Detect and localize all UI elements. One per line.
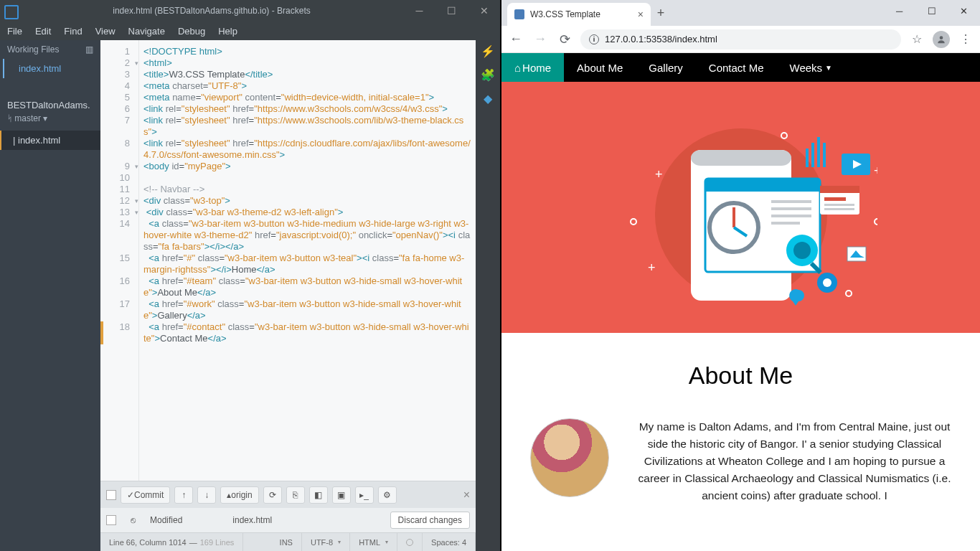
about-text: My name is Dalton Adams, and I'm from Ce… — [631, 418, 958, 504]
home-icon: ⌂ — [514, 62, 521, 74]
svg-rect-19 — [820, 186, 859, 193]
nav-about[interactable]: About Me — [564, 53, 636, 82]
hero-banner: +++ — [501, 82, 980, 333]
status-lint[interactable] — [397, 533, 423, 551]
new-tab-button[interactable]: + — [651, 6, 671, 21]
chrome-tabstrip: W3.CSS Template × + ─ ☐ ✕ — [501, 0, 980, 26]
working-files-header[interactable]: Working Files ▥ — [0, 40, 100, 59]
chrome-minimize-button[interactable]: ─ — [883, 0, 915, 22]
close-button[interactable]: ✕ — [468, 0, 500, 22]
git-clone-button[interactable]: ⎘ — [286, 486, 305, 504]
svg-rect-10 — [771, 207, 811, 210]
svg-rect-27 — [817, 137, 820, 167]
hero-illustration: +++ — [605, 107, 877, 308]
status-linecol[interactable]: Line 66, Column 1014 — 169 Lines — [100, 533, 243, 551]
git-terminal-button[interactable]: ▣ — [332, 486, 351, 504]
svg-rect-11 — [771, 215, 811, 217]
menu-file[interactable]: File — [7, 26, 22, 37]
git-icon[interactable]: ◆ — [484, 92, 492, 105]
back-button[interactable]: ← — [507, 32, 524, 47]
git-console-button[interactable]: ▸_ — [355, 486, 374, 504]
origin-button[interactable]: ▴ origin — [220, 486, 258, 504]
project-file-item[interactable]: | index.html — [0, 131, 100, 150]
menu-help[interactable]: Help — [218, 26, 237, 37]
project-name[interactable]: BESTDaltonAdams. — [0, 93, 100, 112]
git-fetch-button[interactable]: ⟳ — [263, 486, 282, 504]
extensions-icon[interactable]: 🧩 — [481, 68, 495, 82]
brackets-window: index.html (BESTDaltonAdams.github.io) -… — [0, 0, 500, 551]
svg-rect-28 — [823, 143, 826, 167]
git-close-button[interactable]: × — [463, 489, 470, 501]
diff-icon[interactable]: ⎋ — [131, 515, 136, 525]
status-ins[interactable]: INS — [271, 533, 302, 551]
git-changes-row: ⎋ Modified index.html Discard changes — [100, 508, 476, 532]
chrome-maximize-button[interactable]: ☐ — [915, 0, 948, 22]
git-toolbar: ✓ Commit ↑ ↓ ▴ origin ⟳ ⎘ ◧ ▣ ▸_ ⚙ × — [100, 481, 476, 508]
menu-view[interactable]: View — [95, 26, 116, 37]
change-checkbox[interactable] — [106, 515, 116, 525]
bookmark-icon[interactable]: ☆ — [908, 32, 925, 46]
code-area[interactable]: <!DOCTYPE html><html><title>W3.CSS Templ… — [139, 40, 476, 481]
chrome-close-button[interactable]: ✕ — [948, 0, 980, 22]
svg-point-36 — [875, 219, 877, 225]
svg-point-37 — [846, 291, 852, 296]
menu-find[interactable]: Find — [64, 26, 82, 37]
editor-statusbar: Line 66, Column 1014 — 169 Lines INS UTF… — [100, 532, 476, 551]
branch-label: master — [14, 113, 41, 123]
working-files-label: Working Files — [7, 44, 59, 55]
working-file-item[interactable]: index.html — [3, 59, 100, 78]
svg-point-17 — [823, 278, 831, 287]
favicon-icon — [514, 9, 524, 19]
svg-rect-21 — [824, 204, 854, 206]
change-status: Modified — [150, 515, 182, 525]
line-gutter: 123456789101112131415161718 — [100, 40, 139, 481]
git-branch[interactable]: ᛋ master ▾ — [0, 112, 100, 131]
git-up-button[interactable]: ↑ — [174, 486, 193, 504]
nav-weeks[interactable]: Weeks▼ — [777, 53, 845, 82]
split-icon[interactable]: ▥ — [85, 44, 93, 55]
reload-button[interactable]: ⟳ — [556, 32, 573, 47]
forward-button[interactable]: → — [532, 32, 549, 47]
git-down-button[interactable]: ↓ — [197, 486, 216, 504]
nav-gallery[interactable]: Gallery — [636, 53, 696, 82]
svg-point-35 — [631, 219, 636, 225]
site-info-icon[interactable]: i — [589, 34, 599, 44]
menu-edit[interactable]: Edit — [35, 26, 51, 37]
code-editor[interactable]: 123456789101112131415161718 <!DOCTYPE ht… — [100, 40, 476, 481]
discard-changes-button[interactable]: Discard changes — [390, 512, 470, 529]
chrome-menu-icon[interactable]: ⋮ — [957, 32, 974, 46]
svg-rect-3 — [691, 150, 791, 166]
minimize-button[interactable]: ─ — [403, 0, 435, 22]
svg-text:+: + — [655, 167, 663, 182]
svg-rect-5 — [705, 179, 820, 192]
svg-point-14 — [793, 242, 811, 259]
about-section: About Me My name is Dalton Adams, and I'… — [501, 333, 980, 551]
chrome-toolbar: ← → ⟳ i 127.0.0.1:53538/index.html ☆ ⋮ — [501, 26, 980, 53]
status-spaces[interactable]: Spaces: 4 — [423, 533, 476, 551]
change-filename: index.html — [232, 515, 272, 525]
menu-navigate[interactable]: Navigate — [128, 26, 165, 37]
tab-close-icon[interactable]: × — [638, 9, 644, 20]
live-preview-icon[interactable]: ⚡ — [481, 44, 495, 58]
browser-tab[interactable]: W3.CSS Template × — [507, 3, 651, 26]
menu-debug[interactable]: Debug — [178, 26, 205, 37]
svg-rect-20 — [824, 197, 846, 201]
svg-rect-9 — [771, 200, 811, 203]
commit-button[interactable]: ✓ Commit — [121, 486, 170, 504]
svg-text:+: + — [648, 260, 656, 275]
address-bar[interactable]: i 127.0.0.1:53538/index.html — [580, 29, 901, 50]
editor-titlebar: index.html (BESTDaltonAdams.github.io) -… — [0, 0, 500, 22]
nav-home[interactable]: ⌂Home — [501, 53, 564, 82]
maximize-button[interactable]: ☐ — [435, 0, 468, 22]
nav-contact[interactable]: Contact Me — [696, 53, 777, 82]
status-language[interactable]: HTML — [350, 533, 397, 551]
svg-rect-25 — [806, 149, 809, 167]
git-settings-button[interactable]: ⚙ — [378, 486, 397, 504]
editor-sidebar: Working Files ▥ index.html BESTDaltonAda… — [0, 40, 100, 551]
page-content: ⌂Home About Me Gallery Contact Me Weeks▼ — [501, 53, 980, 551]
git-history-button[interactable]: ◧ — [309, 486, 328, 504]
svg-rect-12 — [771, 222, 800, 225]
status-encoding[interactable]: UTF-8 — [302, 533, 350, 551]
profile-avatar-icon[interactable] — [933, 31, 950, 48]
git-checkbox[interactable] — [106, 490, 116, 500]
